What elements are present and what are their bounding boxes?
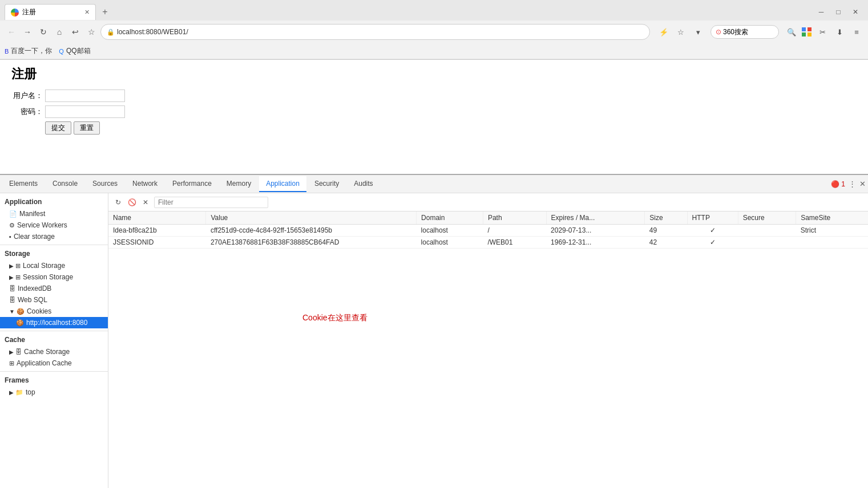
cookies-arrow-icon: ▼	[9, 308, 15, 315]
password-label: 密码：	[11, 107, 43, 117]
error-badge: 🔴 1	[831, 180, 845, 188]
back-button[interactable]: ←	[5, 25, 18, 39]
col-domain[interactable]: Domain	[417, 212, 483, 225]
top-arrow-icon: ▶	[9, 389, 14, 396]
tab-application[interactable]: Application	[259, 176, 306, 192]
dropdown-icon[interactable]: ▾	[691, 25, 705, 39]
password-input[interactable]	[45, 105, 125, 118]
storage-section-title: Storage	[0, 247, 108, 260]
browser-tab[interactable]: 注册 ✕	[5, 4, 96, 20]
col-secure[interactable]: Secure	[738, 212, 796, 225]
menu-icon[interactable]: ≡	[850, 25, 863, 39]
download-icon[interactable]: ⬇	[833, 25, 846, 39]
filter-input[interactable]	[154, 197, 268, 208]
submit-button[interactable]: 提交	[45, 121, 71, 135]
col-http[interactable]: HTTP	[687, 212, 738, 225]
address-bar[interactable]: 🔒 localhost:8080/WEB01/	[100, 24, 650, 40]
page-title: 注册	[11, 66, 857, 83]
password-row: 密码：	[11, 105, 857, 118]
tab-memory[interactable]: Memory	[220, 176, 258, 192]
main-panel: ↻ 🚫 ✕ Name Value Domain Path Expires / M…	[108, 193, 868, 488]
sidebar-item-local-storage[interactable]: ▶ ⊞ Local Storage	[0, 260, 108, 271]
qq-favicon-icon: Q	[59, 48, 64, 55]
close-filter-icon[interactable]: ✕	[140, 197, 151, 208]
sidebar-item-cache-storage[interactable]: ▶ 🗄 Cache Storage	[0, 346, 108, 357]
nav-bar: ← → ↻ ⌂ ↩ ☆ 🔒 localhost:8080/WEB01/ ⚡ ☆ …	[0, 21, 868, 43]
indexed-db-label: IndexedDB	[18, 284, 51, 292]
sidebar-item-manifest[interactable]: 📄 Manifest	[0, 208, 108, 219]
minimize-icon[interactable]: ─	[813, 4, 829, 20]
col-samesite[interactable]: SameSite	[796, 212, 868, 225]
tab-performance[interactable]: Performance	[165, 176, 219, 192]
maximize-icon[interactable]: □	[830, 4, 846, 20]
col-name[interactable]: Name	[108, 212, 206, 225]
col-expires[interactable]: Expires / Ma...	[546, 212, 645, 225]
devtools: Elements Console Sources Network Perform…	[0, 174, 868, 488]
sidebar-item-cookies[interactable]: ▼ 🍪 Cookies	[0, 306, 108, 317]
prev-button[interactable]: ↩	[68, 25, 82, 39]
home-button[interactable]: ⌂	[53, 25, 66, 39]
tab-close-icon[interactable]: ✕	[84, 9, 90, 16]
bookmark-baidu[interactable]: B 百度一下，你	[5, 46, 52, 56]
bookmark-star-icon[interactable]: ☆	[84, 25, 98, 39]
lightning-icon[interactable]: ⚡	[657, 25, 671, 39]
table-row[interactable]: JSESSIONID270AE13876881F63B38F38885CB64F…	[108, 237, 868, 249]
sidebar-item-clear-storage[interactable]: ▪ Clear storage	[0, 231, 108, 242]
sidebar-item-session-storage[interactable]: ▶ ⊞ Session Storage	[0, 271, 108, 283]
devtools-close-icon[interactable]: ✕	[859, 180, 866, 188]
sidebar-item-cookies-url[interactable]: 🍪 http://localhost:8080	[0, 317, 108, 328]
cookie-table: Name Value Domain Path Expires / Ma... S…	[108, 212, 868, 488]
search-icon[interactable]: 🔍	[785, 25, 798, 39]
manifest-label: Manifest	[19, 210, 45, 218]
username-label: 用户名：	[11, 91, 43, 101]
username-input[interactable]	[45, 90, 125, 102]
tab-elements[interactable]: Elements	[2, 176, 45, 192]
devtools-sidebar: Application 📄 Manifest ⚙ Service Workers…	[0, 193, 108, 488]
table-row[interactable]: Idea-bf8ca21bcff251d9-ccde-4c84-92ff-156…	[108, 225, 868, 237]
new-tab-button[interactable]: +	[98, 5, 112, 19]
tab-console[interactable]: Console	[46, 176, 84, 192]
cookies-label: Cookies	[27, 307, 51, 315]
top-label: top	[26, 388, 35, 396]
divider1	[0, 245, 108, 245]
divider3	[0, 371, 108, 372]
sidebar-item-indexeddb[interactable]: 🗄 IndexedDB	[0, 283, 108, 294]
tab-favicon-icon	[11, 9, 19, 17]
cookie-toolbar: ↻ 🚫 ✕	[108, 193, 868, 212]
tab-security[interactable]: Security	[308, 176, 346, 192]
devtools-tab-actions: 🔴 1 ⋮ ✕	[831, 180, 866, 188]
app-cache-icon: ⊞	[9, 360, 14, 367]
scissors-icon[interactable]: ✂	[815, 25, 829, 39]
grid-apps-icon[interactable]	[802, 27, 812, 37]
url-text: localhost:8080/WEB01/	[117, 28, 644, 36]
service-workers-label: Service Workers	[17, 221, 67, 229]
col-size[interactable]: Size	[645, 212, 687, 225]
clear-storage-label: Clear storage	[14, 233, 55, 241]
clear-cookies-button[interactable]: 🚫	[127, 197, 137, 208]
tab-sources[interactable]: Sources	[86, 176, 124, 192]
frames-section-title: Frames	[0, 374, 108, 387]
col-path[interactable]: Path	[483, 212, 546, 225]
reload-button[interactable]: ↻	[37, 25, 50, 39]
reload-cookies-button[interactable]: ↻	[113, 197, 123, 208]
sidebar-item-top[interactable]: ▶ 📁 top	[0, 387, 108, 398]
col-value[interactable]: Value	[206, 212, 417, 225]
bookmarks-bar: B 百度一下，你 Q QQ邮箱	[0, 43, 868, 59]
bookmark-baidu-label: 百度一下，你	[11, 46, 52, 56]
search-logo-icon: ⊙	[716, 28, 721, 36]
reset-button[interactable]: 重置	[74, 121, 100, 135]
forward-button[interactable]: →	[21, 25, 34, 39]
star-icon[interactable]: ☆	[674, 25, 688, 39]
application-section-title: Application	[0, 196, 108, 208]
sidebar-item-web-sql[interactable]: 🗄 Web SQL	[0, 294, 108, 306]
tab-network[interactable]: Network	[126, 176, 164, 192]
close-window-icon[interactable]: ✕	[847, 4, 863, 20]
tab-audits[interactable]: Audits	[347, 176, 380, 192]
bookmark-qq-mail[interactable]: Q QQ邮箱	[59, 46, 90, 56]
sidebar-item-service-workers[interactable]: ⚙ Service Workers	[0, 219, 108, 231]
sidebar-item-app-cache[interactable]: ⊞ Application Cache	[0, 357, 108, 369]
search-label: 360搜索	[723, 27, 748, 37]
search-box[interactable]: ⊙ 360搜索	[710, 25, 779, 39]
devtools-more-icon[interactable]: ⋮	[849, 180, 856, 188]
divider2	[0, 331, 108, 331]
